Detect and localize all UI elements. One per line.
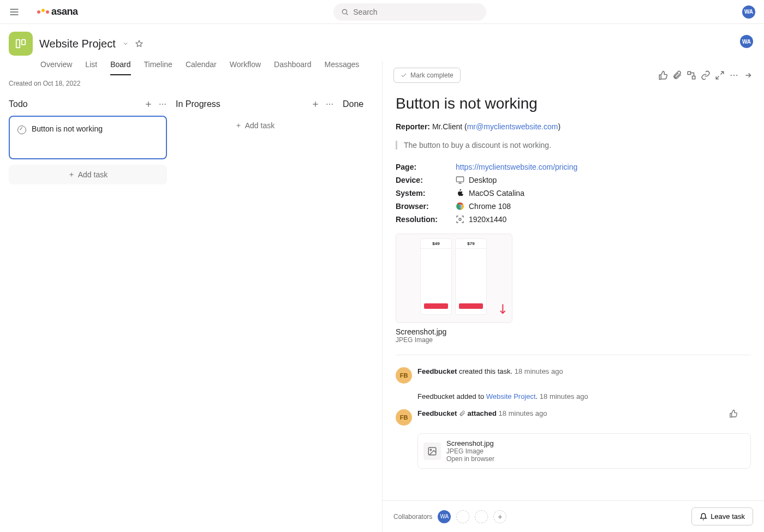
tab-list[interactable]: List xyxy=(85,60,97,75)
svg-point-38 xyxy=(430,449,431,450)
check-icon xyxy=(401,72,407,79)
screenshot-attachment[interactable]: $49 $79 ↘ Screenshot.jpg JPEG Image xyxy=(396,234,512,344)
menu-icon[interactable] xyxy=(9,7,20,17)
star-icon[interactable] xyxy=(135,40,143,47)
task-title[interactable]: Button is not working xyxy=(396,95,751,112)
task-description-quote: The button to buy a discount is not work… xyxy=(396,141,751,150)
like-icon[interactable] xyxy=(729,409,738,418)
column-title: Todo xyxy=(9,99,28,109)
column-in-progress: In Progress Add task xyxy=(176,99,334,532)
svg-line-4 xyxy=(347,13,348,15)
bell-icon xyxy=(700,513,707,521)
resolution-label: Resolution: xyxy=(396,215,456,224)
reporter-email-link[interactable]: mr@myclientswebsite.com xyxy=(467,122,558,131)
open-in-browser-link[interactable]: Open in browser xyxy=(446,455,494,463)
activity-timestamp: 18 minutes ago xyxy=(515,367,563,375)
browser-label: Browser: xyxy=(396,202,456,211)
svg-point-27 xyxy=(733,75,735,76)
leave-task-button[interactable]: Leave task xyxy=(691,507,753,525)
annotation-arrow-icon: ↘ xyxy=(494,299,512,318)
mark-complete-button[interactable]: Mark complete xyxy=(393,68,461,83)
task-detail-pane: Mark complete Button is not working Repo… xyxy=(382,61,764,532)
project-member-avatar[interactable]: WA xyxy=(740,35,753,48)
fullscreen-icon[interactable] xyxy=(715,70,725,80)
project-icon[interactable] xyxy=(9,32,33,56)
activity-item: FB Feedbucket created this task. 18 minu… xyxy=(396,363,751,388)
svg-rect-5 xyxy=(16,40,20,48)
svg-point-3 xyxy=(343,9,347,14)
link-icon[interactable] xyxy=(701,70,711,80)
collaborator-placeholder[interactable] xyxy=(475,510,488,523)
close-icon[interactable] xyxy=(743,70,753,80)
add-task-icon[interactable] xyxy=(144,100,153,109)
image-icon xyxy=(423,443,441,460)
svg-rect-30 xyxy=(456,177,463,182)
tab-messages[interactable]: Messages xyxy=(325,60,360,75)
desktop-icon xyxy=(456,176,464,184)
resolution-value: 1920x1440 xyxy=(469,215,506,224)
subtask-icon[interactable] xyxy=(687,70,696,80)
app-logo[interactable]: asana xyxy=(37,6,78,17)
activity-item: Feedbucket added to Website Project. 18 … xyxy=(396,388,751,405)
apple-icon xyxy=(456,189,464,198)
column-title: Done xyxy=(343,99,363,109)
activity-item: FB Feedbucket attached 18 minutes ago xyxy=(396,405,751,430)
chevron-down-icon[interactable] xyxy=(122,40,129,47)
add-task-button[interactable]: Add task xyxy=(176,116,334,135)
activity-avatar[interactable]: FB xyxy=(396,367,412,384)
attachment-name: Screenshot.jpg xyxy=(396,327,512,336)
tab-workflow[interactable]: Workflow xyxy=(230,60,261,75)
resolution-icon xyxy=(456,215,464,224)
activity-timestamp: 18 minutes ago xyxy=(540,392,588,401)
column-more-icon[interactable] xyxy=(325,100,334,109)
project-title: Website Project xyxy=(39,38,116,50)
column-title: In Progress xyxy=(176,99,220,109)
app-name: asana xyxy=(51,6,78,17)
attachment-card[interactable]: Screenshot.jpg JPEG Image Open in browse… xyxy=(417,433,751,469)
task-meta: Page: https://myclientswebsite.com/prici… xyxy=(396,160,751,226)
add-task-icon[interactable] xyxy=(311,100,320,109)
reporter-line: Reporter: Mr.Client (mr@myclientswebsite… xyxy=(396,122,751,131)
task-card[interactable]: Button is not working xyxy=(9,116,167,159)
svg-line-24 xyxy=(721,71,724,74)
browser-value: Chrome 108 xyxy=(469,202,511,211)
detail-toolbar: Mark complete xyxy=(383,61,764,89)
svg-point-26 xyxy=(731,75,732,76)
add-task-button[interactable]: Add task xyxy=(9,165,167,184)
screenshot-thumbnail: $49 $79 ↘ xyxy=(396,234,512,323)
collaborator-avatar[interactable]: WA xyxy=(438,510,451,523)
tab-calendar[interactable]: Calendar xyxy=(186,60,217,75)
svg-point-11 xyxy=(162,104,163,105)
attachment-type: JPEG Image xyxy=(396,336,512,344)
tab-dashboard[interactable]: Dashboard xyxy=(274,60,312,75)
search-icon xyxy=(341,8,349,16)
tab-overview[interactable]: Overview xyxy=(40,60,72,75)
activity-feed: FB Feedbucket created this task. 18 minu… xyxy=(396,355,751,469)
attachment-icon[interactable] xyxy=(672,70,682,80)
more-icon[interactable] xyxy=(729,70,739,80)
add-collaborator-button[interactable]: + xyxy=(493,510,506,523)
activity-project-link[interactable]: Website Project xyxy=(486,392,536,401)
user-avatar[interactable]: WA xyxy=(742,5,755,19)
svg-rect-6 xyxy=(22,40,25,45)
system-value: MacOS Catalina xyxy=(469,189,524,198)
svg-marker-7 xyxy=(136,40,142,46)
column-more-icon[interactable] xyxy=(158,100,167,109)
svg-rect-23 xyxy=(693,76,695,79)
column-todo: Todo Button is not working Add task xyxy=(9,99,167,532)
tab-timeline[interactable]: Timeline xyxy=(144,60,172,75)
page-label: Page: xyxy=(396,163,456,171)
tab-board[interactable]: Board xyxy=(110,60,130,75)
search-input[interactable] xyxy=(333,3,486,21)
activity-avatar[interactable]: FB xyxy=(396,409,412,426)
svg-point-28 xyxy=(736,75,737,76)
collaborators-label: Collaborators xyxy=(393,513,432,521)
like-icon[interactable] xyxy=(658,70,668,80)
page-url-link[interactable]: https://myclientswebsite.com/pricing xyxy=(456,163,577,171)
collaborator-placeholder[interactable] xyxy=(456,510,469,523)
svg-point-36 xyxy=(459,218,461,220)
activity-timestamp: 18 minutes ago xyxy=(499,409,547,417)
svg-point-17 xyxy=(326,104,327,105)
complete-checkbox[interactable] xyxy=(17,125,26,134)
device-value: Desktop xyxy=(469,176,497,184)
